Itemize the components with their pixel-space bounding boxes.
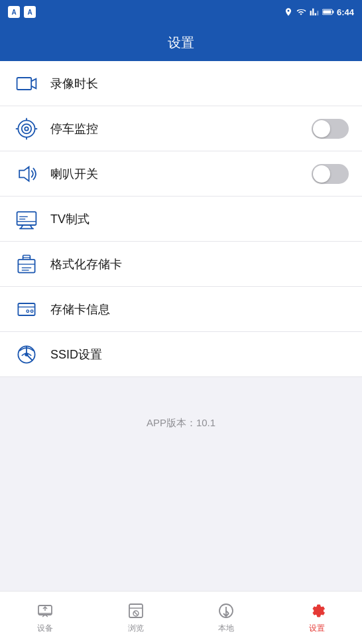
local-nav-label: 本地: [218, 623, 234, 634]
svg-rect-1: [332, 11, 333, 13]
setting-item-parking-monitor[interactable]: 停车监控: [0, 106, 362, 151]
video-icon: [13, 70, 40, 97]
speaker-toggle[interactable]: [312, 164, 349, 184]
speaker-label: 喇叭开关: [50, 166, 312, 182]
storage-icon: [13, 296, 40, 323]
storage-info-label: 存储卡信息: [50, 301, 349, 317]
version-section: APP版本：10.1: [0, 390, 362, 456]
format-icon: [13, 251, 40, 278]
svg-rect-2: [323, 10, 331, 13]
settings-nav-icon: [308, 602, 326, 620]
battery-icon: [322, 7, 334, 17]
svg-marker-11: [19, 167, 29, 181]
nav-item-browse[interactable]: 浏览: [91, 592, 182, 644]
version-text: APP版本：10.1: [147, 417, 215, 430]
recording-duration-label: 录像时长: [50, 76, 349, 92]
svg-rect-26: [18, 303, 34, 315]
setting-item-recording-duration[interactable]: 录像时长: [0, 61, 362, 106]
svg-rect-23: [23, 255, 30, 258]
time-display: 6:44: [337, 7, 354, 17]
wifi-icon: [296, 7, 306, 17]
nav-item-settings[interactable]: 设置: [272, 592, 363, 644]
setting-item-storage-info[interactable]: 存储卡信息: [0, 287, 362, 332]
local-nav-icon: [217, 602, 235, 620]
svg-rect-12: [17, 212, 36, 225]
parking-monitor-toggle[interactable]: [312, 119, 349, 139]
nav-item-device[interactable]: 设备: [0, 592, 91, 644]
status-bar-left: A A: [8, 6, 36, 18]
svg-point-28: [30, 309, 33, 312]
sim-icon: A: [8, 6, 20, 18]
svg-point-29: [27, 309, 29, 312]
setting-item-format-storage[interactable]: 格式化存储卡: [0, 242, 362, 287]
browse-nav-label: 浏览: [128, 623, 144, 634]
setting-item-speaker[interactable]: 喇叭开关: [0, 151, 362, 197]
speaker-icon: [13, 161, 40, 187]
tv-icon: [13, 206, 40, 232]
device-nav-label: 设备: [37, 623, 53, 634]
setting-item-ssid[interactable]: SSID设置: [0, 332, 362, 377]
header: 设置: [0, 24, 362, 61]
parking-monitor-label: 停车监控: [50, 121, 312, 137]
nav-item-local[interactable]: 本地: [181, 592, 272, 644]
location-icon: [284, 7, 293, 17]
settings-nav-label: 设置: [309, 623, 325, 634]
app-icon: A: [24, 6, 36, 18]
browse-nav-icon: [127, 602, 145, 620]
signal-icon: [309, 7, 320, 17]
status-bar: A A 6:44: [0, 0, 362, 24]
tv-mode-label: TV制式: [50, 211, 349, 227]
ssid-label: SSID设置: [50, 347, 349, 362]
radar-icon: [13, 116, 40, 142]
settings-list: 录像时长 停车监控 喇叭开关: [0, 61, 362, 377]
svg-point-5: [22, 123, 31, 133]
device-nav-icon: [36, 602, 54, 620]
svg-line-38: [134, 611, 138, 615]
bottom-nav: 设备 浏览 本地: [0, 591, 362, 644]
svg-point-4: [18, 120, 34, 137]
ssid-icon: [13, 341, 40, 368]
svg-rect-3: [17, 78, 32, 90]
status-bar-right: 6:44: [284, 7, 354, 17]
svg-point-6: [25, 127, 28, 130]
setting-item-tv-mode[interactable]: TV制式: [0, 197, 362, 242]
page-title: 设置: [168, 34, 194, 52]
format-storage-label: 格式化存储卡: [50, 256, 349, 272]
